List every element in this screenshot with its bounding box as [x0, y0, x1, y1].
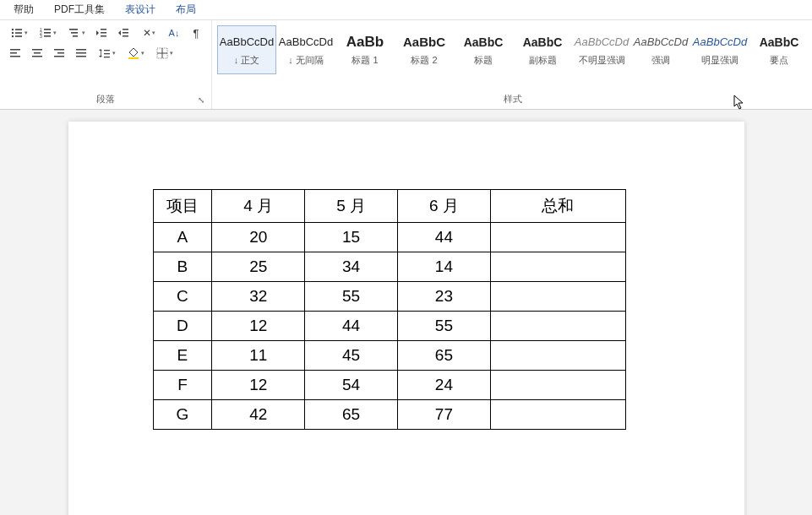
svg-rect-21 [10, 49, 20, 51]
table-cell[interactable]: A [153, 223, 212, 252]
align-left-button[interactable] [5, 44, 25, 62]
svg-point-0 [11, 29, 13, 30]
show-marks-button[interactable]: ¶ [186, 24, 206, 42]
table-cell[interactable]: 42 [212, 400, 305, 430]
table-cell[interactable]: 12 [212, 371, 305, 400]
svg-rect-15 [101, 29, 106, 30]
svg-rect-14 [73, 35, 78, 37]
table-cell[interactable]: 15 [305, 223, 398, 252]
table-cell[interactable] [490, 282, 625, 312]
table-cell[interactable]: 14 [397, 252, 490, 282]
table-cell[interactable]: 77 [397, 400, 490, 430]
document-page[interactable]: 项目 4 月 5 月 6 月 总和 A201544 B253414 C32552… [68, 122, 744, 515]
style-subtitle[interactable]: AaBbC 副标题 [513, 25, 572, 74]
menu-layout[interactable]: 布局 [166, 1, 206, 19]
table-cell[interactable] [490, 341, 625, 371]
table-header-cell[interactable]: 4 月 [212, 190, 305, 223]
table-cell[interactable]: C [153, 282, 212, 312]
svg-rect-11 [44, 35, 51, 37]
table-header-cell[interactable]: 5 月 [305, 190, 398, 223]
table-row[interactable]: A201544 [153, 223, 625, 252]
style-heading-2[interactable]: AaBbC 标题 2 [395, 25, 454, 74]
table-cell[interactable]: 34 [305, 252, 398, 282]
multilevel-list-button[interactable]: ▾ [63, 24, 90, 42]
table-row[interactable]: E114565 [153, 341, 625, 371]
table-cell[interactable]: G [153, 400, 212, 430]
table-cell[interactable] [490, 371, 625, 400]
table-cell[interactable]: 12 [212, 312, 305, 341]
borders-button[interactable]: ▾ [150, 44, 177, 62]
table-cell[interactable] [490, 312, 625, 341]
asian-layout-button[interactable]: ✕▾ [135, 24, 162, 42]
table-cell[interactable]: 44 [397, 223, 490, 252]
table-row[interactable]: C325523 [153, 282, 625, 312]
paragraph-dialog-launcher[interactable]: ⤡ [198, 95, 208, 106]
svg-rect-22 [10, 52, 17, 54]
svg-rect-12 [69, 29, 78, 30]
table-cell[interactable]: 65 [305, 400, 398, 430]
table-row[interactable]: D124455 [153, 312, 625, 341]
svg-rect-16 [101, 32, 106, 34]
align-justify-button[interactable] [71, 44, 91, 62]
align-center-button[interactable] [27, 44, 47, 62]
svg-rect-9 [44, 32, 51, 34]
svg-text:3: 3 [40, 34, 42, 39]
sort-button[interactable]: A↓ [164, 24, 184, 42]
line-spacing-button[interactable]: ▾ [93, 44, 120, 62]
table-header-cell[interactable]: 项目 [153, 190, 212, 223]
table-cell[interactable]: 55 [397, 312, 490, 341]
table-row[interactable]: F125424 [153, 371, 625, 400]
shading-button[interactable]: ▾ [122, 44, 149, 62]
table-cell[interactable]: F [153, 371, 212, 400]
table-cell[interactable] [490, 223, 625, 252]
style-heading-1[interactable]: AaBb 标题 1 [335, 25, 395, 74]
table-header-row[interactable]: 项目 4 月 5 月 6 月 总和 [153, 190, 625, 223]
svg-rect-13 [71, 32, 78, 34]
style-subtle-emphasis[interactable]: AaBbCcDd 不明显强调 [572, 25, 631, 74]
table-header-cell[interactable]: 总和 [490, 190, 625, 223]
table-cell[interactable]: 44 [305, 312, 398, 341]
numbered-list-button[interactable]: 123▾ [34, 24, 61, 42]
svg-rect-33 [101, 50, 101, 57]
table-cell[interactable] [490, 252, 625, 282]
style-title[interactable]: AaBbC 标题 [454, 25, 513, 74]
table-cell[interactable]: 32 [212, 282, 305, 312]
table-cell[interactable]: 25 [212, 252, 305, 282]
style-emphasis[interactable]: AaBbCcDd 强调 [631, 25, 690, 74]
table-cell[interactable] [490, 400, 625, 430]
table-cell[interactable]: 65 [397, 341, 490, 371]
style-no-spacing[interactable]: AaBbCcDd ↓ 无间隔 [276, 25, 335, 74]
menu-table-design[interactable]: 表设计 [115, 1, 166, 19]
increase-indent-button[interactable] [113, 24, 134, 42]
bullet-list-button[interactable]: ▾ [5, 24, 32, 42]
style-preview: AaBbCcDd [693, 34, 747, 51]
style-preview: AaBb [346, 34, 384, 51]
svg-rect-29 [54, 56, 64, 57]
ribbon-group-styles: AaBbCcDd ↓ 正文 AaBbCcDd ↓ 无间隔 AaBb 标题 1 A… [212, 20, 812, 109]
svg-rect-35 [104, 53, 110, 54]
table-header-cell[interactable]: 6 月 [397, 190, 490, 223]
style-strong[interactable]: AaBbC 要点 [749, 25, 809, 74]
table-cell[interactable]: 54 [305, 371, 398, 400]
style-intense-emphasis[interactable]: AaBbCcDd 明显强调 [690, 25, 749, 74]
table-cell[interactable]: 55 [305, 282, 398, 312]
align-right-button[interactable] [49, 44, 69, 62]
style-normal[interactable]: AaBbCcDd ↓ 正文 [217, 25, 276, 74]
document-area[interactable]: 项目 4 月 5 月 6 月 总和 A201544 B253414 C32552… [0, 110, 812, 515]
svg-rect-31 [76, 52, 86, 54]
table-cell[interactable]: D [153, 312, 212, 341]
style-name: ↓ 无间隔 [288, 54, 324, 67]
decrease-indent-button[interactable] [91, 24, 112, 42]
table-cell[interactable]: 11 [212, 341, 305, 371]
document-table[interactable]: 项目 4 月 5 月 6 月 总和 A201544 B253414 C32552… [153, 189, 626, 430]
table-cell[interactable]: B [153, 252, 212, 282]
menu-help[interactable]: 帮助 [3, 1, 44, 19]
table-row[interactable]: G426577 [153, 400, 625, 430]
menu-pdf-tools[interactable]: PDF工具集 [44, 1, 115, 19]
table-cell[interactable]: 24 [397, 371, 490, 400]
table-row[interactable]: B253414 [153, 252, 625, 282]
table-cell[interactable]: 20 [212, 223, 305, 252]
table-cell[interactable]: E [153, 341, 212, 371]
table-cell[interactable]: 23 [397, 282, 490, 312]
table-cell[interactable]: 45 [305, 341, 398, 371]
